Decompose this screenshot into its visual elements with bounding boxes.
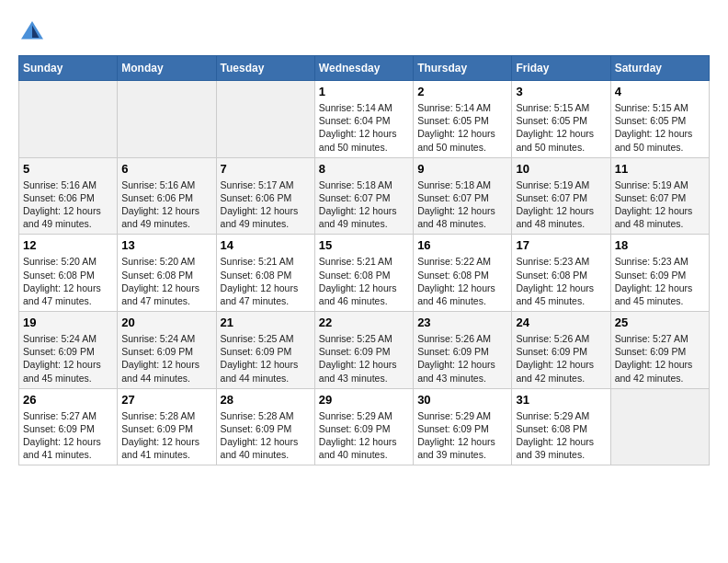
day-number: 24 [516, 316, 606, 329]
day-info: Sunrise: 5:26 AM Sunset: 6:09 PM Dayligh… [516, 332, 606, 385]
calendar-cell [19, 81, 118, 158]
day-number: 31 [516, 393, 606, 407]
calendar-cell: 12Sunrise: 5:20 AM Sunset: 6:08 PM Dayli… [19, 235, 118, 312]
day-number: 10 [516, 162, 606, 176]
day-info: Sunrise: 5:23 AM Sunset: 6:09 PM Dayligh… [615, 255, 705, 307]
calendar-cell: 8Sunrise: 5:18 AM Sunset: 6:07 PM Daylig… [314, 157, 413, 235]
day-number: 13 [121, 238, 211, 252]
calendar-cell: 17Sunrise: 5:23 AM Sunset: 6:08 PM Dayli… [512, 235, 610, 312]
day-info: Sunrise: 5:28 AM Sunset: 6:09 PM Dayligh… [221, 409, 311, 462]
day-info: Sunrise: 5:20 AM Sunset: 6:08 PM Dayligh… [23, 255, 113, 307]
calendar-cell: 29Sunrise: 5:29 AM Sunset: 6:09 PM Dayli… [314, 388, 413, 465]
day-info: Sunrise: 5:14 AM Sunset: 6:05 PM Dayligh… [417, 101, 507, 154]
calendar-cell: 4Sunrise: 5:15 AM Sunset: 6:05 PM Daylig… [610, 81, 709, 158]
day-number: 18 [615, 238, 705, 252]
day-info: Sunrise: 5:26 AM Sunset: 6:09 PM Dayligh… [417, 332, 507, 385]
weekday-header-tuesday: Tuesday [216, 56, 314, 81]
calendar-cell: 3Sunrise: 5:15 AM Sunset: 6:05 PM Daylig… [512, 81, 610, 158]
day-info: Sunrise: 5:14 AM Sunset: 6:04 PM Dayligh… [319, 101, 409, 154]
day-info: Sunrise: 5:21 AM Sunset: 6:08 PM Dayligh… [221, 255, 311, 307]
weekday-header-friday: Friday [512, 56, 610, 81]
day-info: Sunrise: 5:29 AM Sunset: 6:08 PM Dayligh… [516, 409, 606, 462]
page-header [18, 18, 710, 46]
day-info: Sunrise: 5:18 AM Sunset: 6:07 PM Dayligh… [417, 178, 507, 231]
calendar-cell: 22Sunrise: 5:25 AM Sunset: 6:09 PM Dayli… [314, 312, 413, 389]
day-info: Sunrise: 5:18 AM Sunset: 6:07 PM Dayligh… [319, 178, 409, 231]
day-number: 23 [417, 316, 507, 329]
day-info: Sunrise: 5:17 AM Sunset: 6:06 PM Dayligh… [221, 178, 311, 231]
day-info: Sunrise: 5:22 AM Sunset: 6:08 PM Dayligh… [417, 255, 507, 307]
calendar-cell: 7Sunrise: 5:17 AM Sunset: 6:06 PM Daylig… [216, 157, 314, 235]
calendar-cell [216, 81, 314, 158]
day-info: Sunrise: 5:25 AM Sunset: 6:09 PM Dayligh… [221, 332, 311, 385]
day-number: 2 [417, 85, 507, 98]
week-row-3: 12Sunrise: 5:20 AM Sunset: 6:08 PM Dayli… [19, 235, 710, 312]
day-number: 19 [23, 316, 113, 329]
calendar-cell: 26Sunrise: 5:27 AM Sunset: 6:09 PM Dayli… [19, 388, 118, 465]
day-info: Sunrise: 5:21 AM Sunset: 6:08 PM Dayligh… [319, 255, 409, 307]
week-row-4: 19Sunrise: 5:24 AM Sunset: 6:09 PM Dayli… [19, 312, 710, 389]
week-row-1: 1Sunrise: 5:14 AM Sunset: 6:04 PM Daylig… [19, 81, 710, 158]
calendar-cell: 19Sunrise: 5:24 AM Sunset: 6:09 PM Dayli… [19, 312, 118, 389]
calendar-cell: 11Sunrise: 5:19 AM Sunset: 6:07 PM Dayli… [610, 157, 709, 235]
calendar-cell: 21Sunrise: 5:25 AM Sunset: 6:09 PM Dayli… [216, 312, 314, 389]
day-info: Sunrise: 5:25 AM Sunset: 6:09 PM Dayligh… [319, 332, 409, 385]
day-number: 5 [23, 162, 113, 176]
day-number: 12 [23, 238, 113, 252]
day-info: Sunrise: 5:24 AM Sunset: 6:09 PM Dayligh… [23, 332, 113, 385]
day-number: 17 [516, 238, 606, 252]
weekday-header-row: SundayMondayTuesdayWednesdayThursdayFrid… [19, 56, 710, 81]
calendar-cell: 24Sunrise: 5:26 AM Sunset: 6:09 PM Dayli… [512, 312, 610, 389]
day-info: Sunrise: 5:19 AM Sunset: 6:07 PM Dayligh… [615, 178, 705, 231]
day-number: 8 [319, 162, 409, 176]
day-number: 30 [417, 393, 507, 407]
calendar-cell: 18Sunrise: 5:23 AM Sunset: 6:09 PM Dayli… [610, 235, 709, 312]
day-info: Sunrise: 5:27 AM Sunset: 6:09 PM Dayligh… [23, 409, 113, 462]
day-number: 28 [221, 393, 311, 407]
day-info: Sunrise: 5:16 AM Sunset: 6:06 PM Dayligh… [23, 178, 113, 231]
day-info: Sunrise: 5:24 AM Sunset: 6:09 PM Dayligh… [121, 332, 211, 385]
calendar-cell: 16Sunrise: 5:22 AM Sunset: 6:08 PM Dayli… [414, 235, 512, 312]
day-info: Sunrise: 5:23 AM Sunset: 6:08 PM Dayligh… [516, 255, 606, 307]
day-info: Sunrise: 5:16 AM Sunset: 6:06 PM Dayligh… [121, 178, 211, 231]
week-row-2: 5Sunrise: 5:16 AM Sunset: 6:06 PM Daylig… [19, 157, 710, 235]
weekday-header-saturday: Saturday [610, 56, 709, 81]
day-number: 15 [319, 238, 409, 252]
day-number: 14 [221, 238, 311, 252]
calendar-cell [610, 388, 709, 465]
day-number: 11 [615, 162, 705, 176]
calendar-cell: 25Sunrise: 5:27 AM Sunset: 6:09 PM Dayli… [610, 312, 709, 389]
day-number: 25 [615, 316, 705, 329]
calendar-cell: 6Sunrise: 5:16 AM Sunset: 6:06 PM Daylig… [118, 157, 216, 235]
day-number: 27 [121, 393, 211, 407]
calendar-cell: 9Sunrise: 5:18 AM Sunset: 6:07 PM Daylig… [414, 157, 512, 235]
calendar-cell: 15Sunrise: 5:21 AM Sunset: 6:08 PM Dayli… [314, 235, 413, 312]
day-number: 16 [417, 238, 507, 252]
day-number: 26 [23, 393, 113, 407]
day-info: Sunrise: 5:28 AM Sunset: 6:09 PM Dayligh… [121, 409, 211, 462]
day-info: Sunrise: 5:27 AM Sunset: 6:09 PM Dayligh… [615, 332, 705, 385]
day-number: 20 [121, 316, 211, 329]
weekday-header-monday: Monday [118, 56, 216, 81]
calendar-cell: 31Sunrise: 5:29 AM Sunset: 6:08 PM Dayli… [512, 388, 610, 465]
day-info: Sunrise: 5:15 AM Sunset: 6:05 PM Dayligh… [615, 101, 705, 154]
calendar-cell: 5Sunrise: 5:16 AM Sunset: 6:06 PM Daylig… [19, 157, 118, 235]
day-number: 22 [319, 316, 409, 329]
week-row-5: 26Sunrise: 5:27 AM Sunset: 6:09 PM Dayli… [19, 388, 710, 465]
calendar-cell: 14Sunrise: 5:21 AM Sunset: 6:08 PM Dayli… [216, 235, 314, 312]
day-info: Sunrise: 5:19 AM Sunset: 6:07 PM Dayligh… [516, 178, 606, 231]
calendar-cell: 13Sunrise: 5:20 AM Sunset: 6:08 PM Dayli… [118, 235, 216, 312]
day-info: Sunrise: 5:29 AM Sunset: 6:09 PM Dayligh… [417, 409, 507, 462]
day-number: 3 [516, 85, 606, 98]
day-number: 21 [221, 316, 311, 329]
calendar-cell: 23Sunrise: 5:26 AM Sunset: 6:09 PM Dayli… [414, 312, 512, 389]
day-info: Sunrise: 5:20 AM Sunset: 6:08 PM Dayligh… [121, 255, 211, 307]
day-number: 4 [615, 85, 705, 98]
weekday-header-wednesday: Wednesday [314, 56, 413, 81]
calendar-cell [118, 81, 216, 158]
day-number: 1 [319, 85, 409, 98]
weekday-header-thursday: Thursday [414, 56, 512, 81]
day-number: 6 [121, 162, 211, 176]
calendar-cell: 10Sunrise: 5:19 AM Sunset: 6:07 PM Dayli… [512, 157, 610, 235]
calendar-cell: 30Sunrise: 5:29 AM Sunset: 6:09 PM Dayli… [414, 388, 512, 465]
